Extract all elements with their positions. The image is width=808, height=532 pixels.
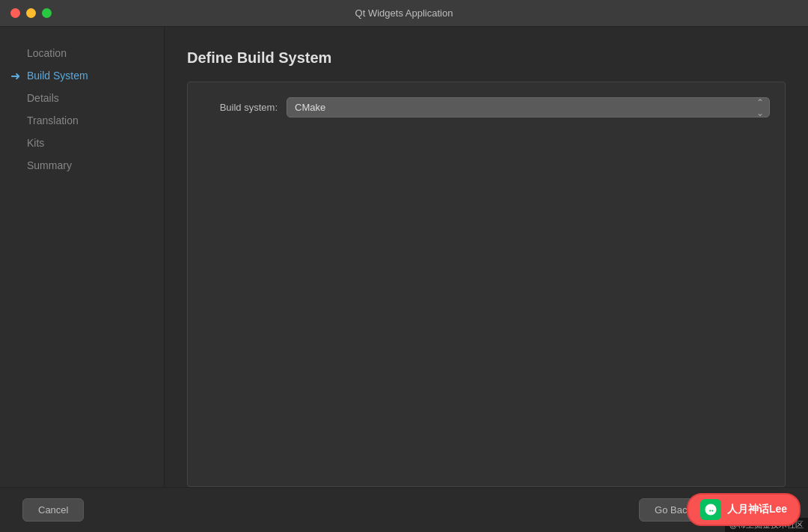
- build-system-select[interactable]: CMake qmake Qbs: [287, 97, 770, 117]
- sidebar-item-label-build-system: Build System: [27, 70, 88, 82]
- panel-title: Define Build System: [187, 49, 786, 67]
- arrow-icon-build-system: ➜: [10, 69, 20, 83]
- maximize-button[interactable]: [42, 8, 52, 18]
- close-button[interactable]: [10, 8, 20, 18]
- build-system-label: Build system:: [203, 102, 278, 113]
- footer-wrapper: Cancel Go Back Continue 人月神话Lee @稀土掘金技术社…: [0, 487, 808, 532]
- window-title: Qt Widgets Application: [355, 7, 453, 19]
- sidebar-item-location[interactable]: ➜ Location: [0, 42, 164, 64]
- main-content: ➜ Location ➜ Build System ➜ Details ➜ Tr…: [0, 27, 808, 487]
- sidebar: ➜ Location ➜ Build System ➜ Details ➜ Tr…: [0, 27, 165, 487]
- right-panel: Define Build System Build system: CMake …: [165, 27, 808, 487]
- build-area: Build system: CMake qmake Qbs ⌃⌄: [187, 82, 786, 487]
- window-controls: [10, 8, 52, 18]
- sidebar-item-label-translation: Translation: [27, 114, 79, 126]
- sidebar-item-label-kits: Kits: [27, 137, 44, 149]
- build-system-form-row: Build system: CMake qmake Qbs ⌃⌄: [203, 97, 770, 117]
- build-system-select-wrapper: CMake qmake Qbs ⌃⌄: [287, 97, 770, 117]
- sidebar-item-details[interactable]: ➜ Details: [0, 87, 164, 109]
- title-bar: Qt Widgets Application: [0, 0, 808, 27]
- minimize-button[interactable]: [26, 8, 36, 18]
- sidebar-item-kits[interactable]: ➜ Kits: [0, 132, 164, 154]
- sidebar-item-label-location: Location: [27, 47, 67, 59]
- sidebar-item-label-details: Details: [27, 92, 59, 104]
- sidebar-item-label-summary: Summary: [27, 159, 72, 171]
- wechat-badge: 人月神话Lee: [687, 493, 801, 526]
- sidebar-item-build-system[interactable]: ➜ Build System: [0, 64, 164, 87]
- cancel-button[interactable]: Cancel: [22, 498, 84, 522]
- wechat-name: 人月神话Lee: [727, 503, 787, 516]
- sidebar-item-translation[interactable]: ➜ Translation: [0, 109, 164, 132]
- sidebar-item-summary[interactable]: ➜ Summary: [0, 154, 164, 177]
- wechat-icon: [700, 499, 721, 520]
